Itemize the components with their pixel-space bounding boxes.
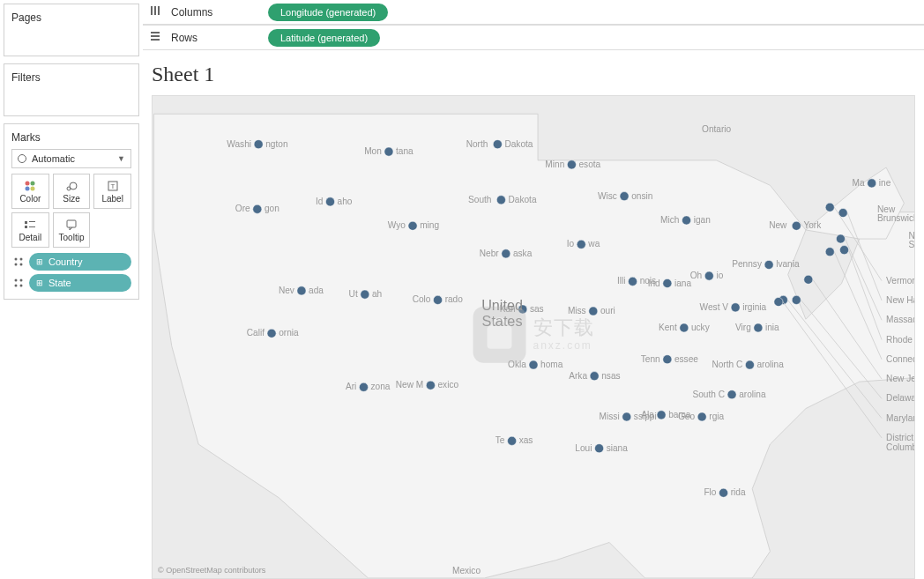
color-icon [23,180,37,192]
svg-text:T: T [110,182,115,190]
state-dot[interactable] [682,216,690,225]
state-dot[interactable] [567,160,576,169]
state-label-external: Connecticut [886,354,914,364]
state-dot[interactable] [697,412,706,421]
marks-size-button[interactable]: Size [53,174,91,209]
neighbor-label: Scotia [908,240,914,249]
svg-point-13 [15,258,18,261]
state-dot[interactable] [868,179,876,188]
state-dot[interactable] [408,221,417,230]
state-dot[interactable] [502,249,510,258]
state-label-external: New Hampshire [886,295,914,305]
state-dot[interactable] [595,444,604,453]
state-dot[interactable] [774,297,783,306]
filters-title: Filters [11,71,131,84]
state-dot[interactable] [267,329,276,338]
svg-rect-21 [151,6,153,15]
state-dot[interactable] [663,278,672,287]
columns-shelf[interactable]: Columns Longitude (generated) [143,0,924,25]
map-attribution: © OpenStreetMap contributors [158,566,265,575]
state-dot[interactable] [680,323,689,332]
state-dot[interactable] [529,360,538,369]
chevron-down-icon: ▼ [117,154,125,163]
dimension-pill-state[interactable]: ⊞ State [29,274,131,292]
state-dot[interactable] [384,147,393,156]
svg-point-15 [15,264,18,266]
state-dot[interactable] [764,260,773,269]
filters-card[interactable]: Filters [4,63,139,116]
marks-tooltip-button[interactable]: Tooltip [53,212,91,248]
marks-color-button[interactable]: Color [11,174,49,209]
svg-rect-12 [67,220,76,227]
state-label-external: Vermont [886,276,914,286]
svg-rect-24 [151,32,160,33]
state-dot[interactable] [839,246,848,255]
state-dot[interactable] [745,360,754,369]
state-dot[interactable] [426,381,435,390]
state-dot[interactable] [496,196,505,204]
rows-pill-latitude[interactable]: Latitude (generated) [268,29,380,47]
size-icon [64,180,78,192]
state-dot[interactable] [433,295,442,304]
state-dot[interactable] [727,390,736,399]
state-dot[interactable] [508,436,517,445]
state-dot[interactable] [493,140,502,149]
state-label-external: District ofColumbia [886,433,914,452]
state-label-external: Rhode Island [886,335,914,345]
state-dot[interactable] [253,204,262,213]
rows-shelf[interactable]: Rows Latitude (generated) [143,25,924,49]
svg-point-17 [15,279,18,282]
state-dot[interactable] [754,323,763,332]
map-viz[interactable]: WashingtonOregonCaliforniaNevadaIdahoUta… [152,95,915,579]
plus-icon: ⊞ [34,256,45,267]
state-dot[interactable] [590,372,599,381]
state-dot[interactable] [620,192,629,201]
state-label-external: Massachusetts [886,315,914,324]
state-dot[interactable] [663,355,672,364]
state-dot[interactable] [361,290,369,299]
state-dot[interactable] [804,275,813,284]
pill-row: ⊞ State [11,274,131,292]
svg-point-2 [26,186,30,190]
state-dot[interactable] [622,412,631,421]
state-dot[interactable] [719,488,728,497]
state-dot[interactable] [704,271,713,280]
tooltip-icon [64,219,78,231]
pages-card[interactable]: Pages [4,4,139,56]
marks-title: Marks [11,131,131,144]
columns-icon [150,5,162,19]
state-dot[interactable] [792,295,801,304]
state-dot[interactable] [825,248,834,256]
state-dot[interactable] [657,411,666,419]
detail-icon [11,276,26,290]
mark-type-label: Automatic [32,153,117,164]
marks-label-button[interactable]: T Label [93,174,131,209]
detail-icon [11,255,26,269]
svg-point-3 [31,186,35,190]
marks-detail-button[interactable]: Detail [11,212,49,248]
svg-rect-8 [25,221,27,224]
state-dot[interactable] [325,197,334,206]
svg-point-5 [70,182,77,189]
state-dot[interactable] [577,240,585,249]
columns-pill-longitude[interactable]: Longitude (generated) [268,4,388,21]
dimension-pill-country[interactable]: ⊞ Country [29,253,131,271]
svg-point-1 [31,181,35,185]
state-dot[interactable] [825,203,834,212]
state-dot[interactable] [297,286,306,295]
detail-icon [23,219,37,231]
state-dot[interactable] [359,382,368,391]
pill-row: ⊞ Country [11,253,131,271]
state-dot[interactable] [628,277,637,286]
state-label-external: Maryland [886,413,914,423]
svg-point-19 [15,285,18,287]
svg-rect-11 [29,226,35,227]
mark-type-select[interactable]: Automatic ▼ [11,149,131,168]
svg-rect-9 [29,221,35,222]
state-dot[interactable] [731,303,740,312]
state-dot[interactable] [589,307,598,315]
state-dot[interactable] [254,140,263,149]
state-dot[interactable] [836,234,845,243]
state-dot[interactable] [792,221,801,230]
svg-rect-22 [154,6,156,15]
